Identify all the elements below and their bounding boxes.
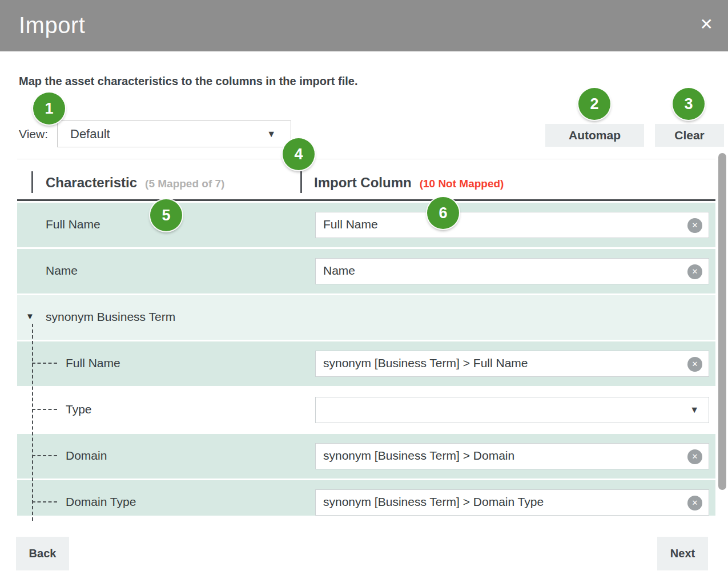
import-column-input[interactable]: Name ✕ [315,258,709,284]
import-column-input[interactable]: synonym [Business Term] > Domain ✕ [315,443,709,469]
table-row-synonym-type: Type ▼ [17,388,715,432]
clear-mapping-icon[interactable]: ✕ [687,357,702,372]
callout-badge-1: 1 [33,93,65,124]
tree-connector [32,455,57,456]
tree-connector [32,409,57,410]
import-column-input[interactable]: synonym [Business Term] > Full Name ✕ [315,351,709,377]
import-column-input[interactable]: Full Name ✕ [315,212,709,238]
clear-button[interactable]: Clear [655,124,724,147]
chevron-down-icon: ▼ [690,405,699,415]
mapped-count-badge: (5 Mapped of 7) [145,178,224,190]
column-bar [300,171,302,193]
characteristic-label: Full Name [46,218,100,231]
callout-badge-2: 2 [578,88,610,120]
not-mapped-count-badge: (10 Not Mapped) [420,178,504,190]
automap-button[interactable]: Automap [545,124,644,147]
table-row-full-name: Full Name Full Name ✕ [17,203,715,247]
characteristic-label: Domain [66,449,107,463]
import-dialog: Import ✕ Map the asset characteristics t… [0,0,728,587]
import-column-input[interactable]: synonym [Business Term] > Domain Type ✕ [315,489,709,516]
callout-badge-4: 4 [283,138,315,170]
close-icon[interactable]: ✕ [700,17,713,33]
characteristic-label: Type [66,403,92,416]
tree-connector [32,363,57,364]
callout-badge-5: 5 [150,199,182,231]
group-label: synonym Business Term [46,310,175,324]
clear-mapping-icon[interactable]: ✕ [687,496,702,510]
next-button[interactable]: Next [657,537,708,570]
table-row-name: Name Name ✕ [17,249,715,294]
chevron-down-icon: ▼ [267,130,276,139]
tree-vertical-line [32,324,33,521]
table-row-synonym-domain: Domain synonym [Business Term] > Domain … [17,434,715,479]
callout-badge-3: 3 [673,88,705,120]
characteristic-label: Full Name [66,356,120,370]
characteristic-column-header: Characteristic(5 Mapped of 7) [46,175,224,191]
instruction-text: Map the asset characteristics to the col… [19,75,357,88]
vertical-scrollbar-thumb[interactable] [718,153,726,490]
table-row-synonym-full-name: Full Name synonym [Business Term] > Full… [17,341,715,386]
table-header: Characteristic(5 Mapped of 7) Import Col… [17,166,715,201]
toolbar-divider [17,159,715,159]
collapse-triangle-icon[interactable]: ▼ [26,312,34,320]
table-row-synonym-domain-type: Domain Type synonym [Business Term] > Do… [17,480,715,516]
characteristic-label: Name [46,264,78,278]
table-row-group-synonym-business-term: ▼ synonym Business Term [17,295,715,340]
mapping-table-body: Full Name Full Name ✕ Name Name ✕ ▼ syno… [17,203,715,516]
import-column-header: Import Column(10 Not Mapped) [314,175,504,191]
characteristic-header-label: Characteristic [46,175,137,190]
view-label: View: [19,127,48,141]
page-title: Import [19,13,85,38]
back-button[interactable]: Back [16,537,69,570]
dialog-titlebar: Import ✕ [0,0,728,51]
characteristic-label: Domain Type [66,495,136,509]
import-header-label: Import Column [314,175,412,190]
callout-badge-6: 6 [427,197,459,229]
clear-mapping-icon[interactable]: ✕ [687,449,702,464]
import-column-dropdown[interactable]: ▼ [315,397,709,423]
view-dropdown-value: Default [70,127,110,142]
tree-connector [32,501,57,502]
clear-mapping-icon[interactable]: ✕ [687,264,702,279]
clear-mapping-icon[interactable]: ✕ [687,218,702,233]
view-dropdown[interactable]: Default ▼ [57,120,291,147]
column-bar [31,171,33,193]
